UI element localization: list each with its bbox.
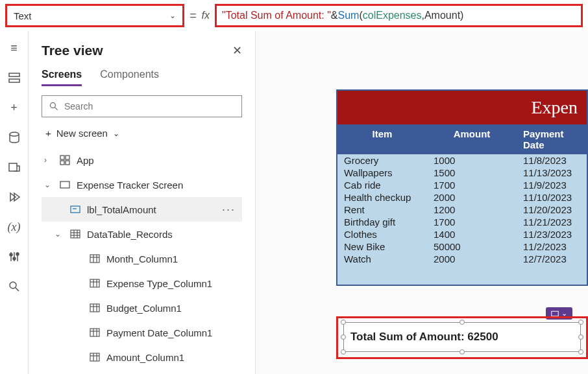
- col-header-date[interactable]: Payment Date: [517, 124, 587, 154]
- tree-title: Tree view: [42, 43, 103, 58]
- svg-rect-1: [9, 79, 19, 82]
- cell-item: New Bike: [337, 240, 427, 253]
- cell-item: Rent: [337, 204, 427, 216]
- new-screen-button[interactable]: + New screen ⌄: [42, 125, 242, 141]
- cell-date: 12/7/2023: [517, 253, 587, 265]
- formula-input[interactable]: "Total Sum of Amount: " & Sum ( colExpen…: [215, 4, 583, 27]
- formula-arg2: Amount: [424, 10, 460, 21]
- cell-date: 11/23/2023: [517, 228, 587, 240]
- tree-label: Payment Date_Column1: [106, 327, 242, 338]
- cell-item: Health checkup: [337, 191, 427, 204]
- resize-handle[interactable]: [459, 320, 465, 325]
- cell-amount: 50000: [427, 240, 517, 253]
- tree-view-icon[interactable]: [8, 71, 21, 84]
- insert-icon[interactable]: +: [8, 101, 21, 114]
- tree-item-column[interactable]: Budget_Column1: [42, 296, 242, 320]
- formula-fn: Sum: [338, 10, 360, 21]
- resize-handle[interactable]: [578, 320, 583, 325]
- tree-item-screen[interactable]: ⌄ Expense Tracker Screen: [42, 172, 242, 197]
- cell-item: Wallpapers: [337, 167, 427, 179]
- tree-search[interactable]: [42, 95, 242, 117]
- svg-rect-26: [90, 255, 99, 263]
- resize-handle[interactable]: [578, 334, 583, 340]
- cell-amount: 1500: [427, 167, 517, 179]
- tree-item-column[interactable]: Payment Date_Column1: [42, 320, 242, 345]
- power-automate-icon[interactable]: [8, 191, 21, 204]
- cell-amount: 1200: [427, 204, 517, 216]
- chevron-down-icon: ⌄: [113, 129, 119, 138]
- resize-handle[interactable]: [341, 334, 346, 340]
- app-icon: [58, 155, 71, 165]
- formula-arg1: colExpenses: [363, 10, 422, 21]
- lbl-totalamount-control[interactable]: Total Sum of Amount: 62500: [343, 322, 581, 352]
- hamburger-icon[interactable]: ≡: [8, 41, 21, 54]
- svg-rect-46: [552, 311, 559, 316]
- tree-item-app[interactable]: › App: [42, 148, 242, 172]
- tree-item-datatable[interactable]: ⌄ DataTable_Records: [42, 222, 242, 246]
- tab-components[interactable]: Components: [100, 69, 159, 86]
- svg-rect-34: [90, 304, 99, 312]
- column-icon: [88, 254, 101, 263]
- cell-date: 11/10/2023: [517, 191, 587, 204]
- tab-screens[interactable]: Screens: [42, 69, 82, 86]
- tree-view-panel: Tree view ✕ Screens Components + New scr…: [29, 31, 256, 374]
- advanced-tools-icon[interactable]: [8, 250, 21, 263]
- variables-icon[interactable]: (x): [8, 220, 21, 233]
- table-body: Grocery100011/8/2023Wallpapers150011/13/…: [337, 154, 587, 265]
- tree-item-column[interactable]: Month_Column1: [42, 246, 242, 271]
- app-title: Expen: [336, 89, 588, 124]
- resize-handle[interactable]: [578, 349, 583, 355]
- tree-label: Month_Column1: [106, 253, 242, 264]
- tree-label: DataTable_Records: [87, 229, 242, 240]
- table-row[interactable]: Wallpapers150011/13/2023: [337, 167, 587, 179]
- table-row[interactable]: Grocery100011/8/2023: [337, 154, 587, 167]
- cell-amount: 1400: [427, 228, 517, 240]
- svg-rect-0: [9, 73, 19, 76]
- svg-rect-19: [71, 206, 80, 213]
- tree-item-column[interactable]: Expense Type_Column1: [42, 271, 242, 296]
- search-icon[interactable]: [8, 280, 21, 293]
- table-row[interactable]: Birthday gift170011/21/2023: [337, 216, 587, 228]
- column-icon: [88, 279, 101, 288]
- cell-item: Watch: [337, 253, 427, 265]
- column-icon: [88, 328, 101, 337]
- formula-bar: Text ⌄ = fx "Total Sum of Amount: " & Su…: [0, 0, 588, 31]
- table-row[interactable]: Cab ride170011/9/2023: [337, 179, 587, 191]
- svg-rect-3: [9, 163, 17, 171]
- close-icon[interactable]: ✕: [232, 43, 242, 58]
- tree-item-lbl-totalamount[interactable]: lbl_TotalAmount ···: [42, 197, 242, 222]
- tree-label: Expense Tracker Screen: [77, 180, 242, 191]
- resize-handle[interactable]: [341, 349, 346, 355]
- more-icon[interactable]: ···: [222, 203, 242, 216]
- chevron-right-icon: ›: [44, 156, 53, 165]
- cell-date: 11/21/2023: [517, 216, 587, 228]
- cell-date: 11/9/2023: [517, 179, 587, 191]
- tree-label: Expense Type_Column1: [106, 278, 242, 289]
- new-screen-label: New screen: [56, 128, 108, 139]
- svg-line-13: [55, 108, 58, 110]
- cell-item: Cab ride: [337, 179, 427, 191]
- data-icon[interactable]: [8, 131, 21, 144]
- svg-point-7: [10, 253, 12, 256]
- column-icon: [88, 303, 101, 312]
- table-row[interactable]: New Bike5000011/2/2023: [337, 240, 587, 253]
- resize-handle[interactable]: [341, 320, 346, 325]
- formula-string: "Total Sum of Amount: ": [222, 10, 331, 21]
- tree-item-column[interactable]: Amount_Column1: [42, 345, 242, 369]
- canvas[interactable]: Expen Item Amount Payment Date Grocery10…: [256, 31, 588, 374]
- svg-rect-21: [71, 230, 80, 238]
- media-icon[interactable]: [8, 161, 21, 174]
- property-dropdown[interactable]: Text ⌄: [5, 4, 184, 27]
- table-row[interactable]: Rent120011/20/2023: [337, 204, 587, 216]
- chevron-down-icon: ⌄: [55, 229, 64, 239]
- col-header-item[interactable]: Item: [337, 124, 427, 154]
- table-row[interactable]: Clothes140011/23/2023: [337, 228, 587, 240]
- table-row[interactable]: Health checkup200011/10/2023: [337, 191, 587, 204]
- table-row[interactable]: Watch200012/7/2023: [337, 253, 587, 265]
- cell-amount: 1700: [427, 216, 517, 228]
- app-preview: Expen Item Amount Payment Date Grocery10…: [336, 89, 588, 286]
- resize-handle[interactable]: [459, 349, 465, 355]
- search-input[interactable]: [64, 101, 235, 111]
- search-icon: [49, 101, 59, 111]
- col-header-amount[interactable]: Amount: [427, 124, 517, 154]
